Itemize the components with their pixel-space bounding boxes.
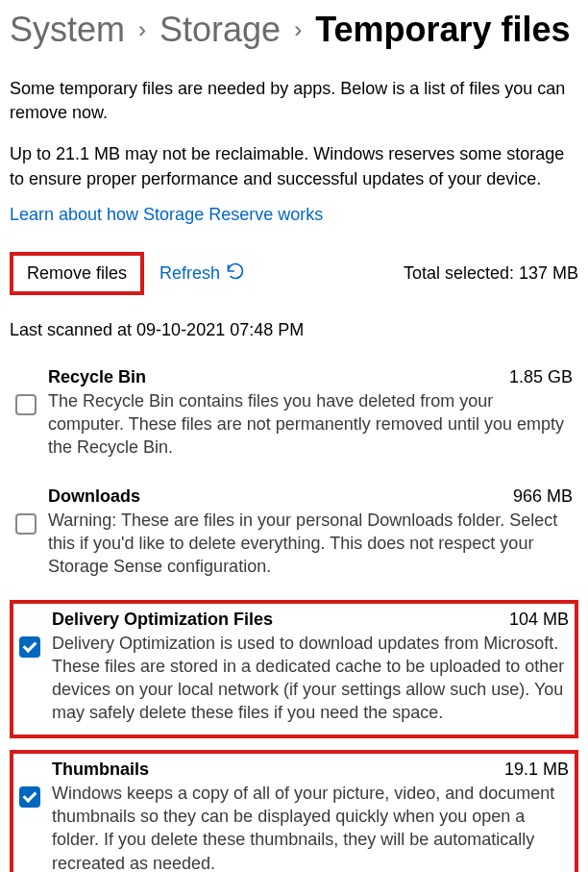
refresh-icon (226, 262, 245, 286)
remove-files-button[interactable]: Remove files (10, 252, 144, 295)
item-head: Delivery Optimization Files104 MB (52, 610, 569, 630)
file-category-item: Thumbnails19.1 MBWindows keeps a copy of… (10, 750, 578, 872)
breadcrumb-current: Temporary files (315, 10, 570, 50)
item-size: 19.1 MB (504, 760, 569, 780)
item-description: Warning: These are files in your persona… (48, 509, 573, 579)
item-title: Recycle Bin (48, 367, 146, 387)
item-checkbox[interactable] (15, 394, 37, 415)
item-head: Recycle Bin1.85 GB (48, 367, 573, 387)
breadcrumb-system[interactable]: System (10, 10, 125, 50)
item-head: Thumbnails19.1 MB (52, 760, 569, 780)
file-category-item: Downloads966 MBWarning: These are files … (10, 481, 578, 588)
action-row: Remove files Refresh Total selected: 137… (10, 252, 578, 295)
breadcrumb: System › Storage › Temporary files (10, 10, 578, 50)
total-selected: Total selected: 137 MB (404, 263, 578, 284)
item-size: 1.85 GB (509, 367, 573, 387)
item-body: Recycle Bin1.85 GBThe Recycle Bin contai… (48, 367, 573, 460)
item-body: Downloads966 MBWarning: These are files … (48, 486, 573, 579)
file-category-item: Delivery Optimization Files104 MBDeliver… (10, 600, 578, 738)
item-title: Downloads (48, 486, 140, 507)
chevron-right-icon: › (294, 16, 302, 43)
item-description: The Recycle Bin contains files you have … (48, 389, 573, 460)
intro-text-2: Up to 21.1 MB may not be reclaimable. Wi… (10, 142, 578, 190)
item-title: Delivery Optimization Files (52, 610, 273, 630)
breadcrumb-storage[interactable]: Storage (159, 10, 281, 50)
intro-text-1: Some temporary files are needed by apps.… (10, 77, 578, 125)
last-scanned: Last scanned at 09-10-2021 07:48 PM (10, 320, 578, 340)
item-size: 966 MB (513, 486, 573, 507)
item-checkbox[interactable] (15, 513, 37, 535)
item-description: Delivery Optimization is used to downloa… (52, 632, 569, 725)
item-body: Delivery Optimization Files104 MBDeliver… (52, 610, 569, 725)
file-category-item: Recycle Bin1.85 GBThe Recycle Bin contai… (10, 361, 578, 469)
refresh-label: Refresh (159, 263, 220, 284)
item-description: Windows keeps a copy of all of your pict… (52, 782, 569, 872)
item-body: Thumbnails19.1 MBWindows keeps a copy of… (52, 760, 569, 872)
item-size: 104 MB (509, 610, 569, 630)
item-head: Downloads966 MB (48, 486, 573, 507)
item-checkbox[interactable] (19, 786, 40, 808)
item-title: Thumbnails (52, 760, 149, 780)
item-checkbox[interactable] (19, 636, 40, 658)
learn-storage-reserve-link[interactable]: Learn about how Storage Reserve works (10, 205, 323, 225)
chevron-right-icon: › (138, 16, 146, 43)
refresh-button[interactable]: Refresh (159, 262, 245, 286)
